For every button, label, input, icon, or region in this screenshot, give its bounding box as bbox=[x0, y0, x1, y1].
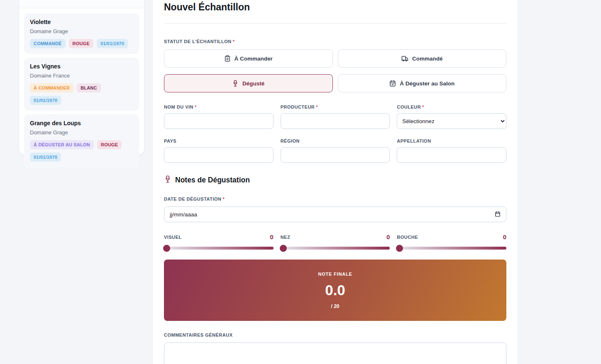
slider-visuel: VISUEL 0 bbox=[164, 233, 274, 250]
status-a-commander-button[interactable]: À Commander bbox=[164, 49, 333, 68]
sample-name: Grange des Loups bbox=[30, 120, 133, 126]
color-badge: ROUGE bbox=[69, 39, 93, 48]
sample-producer: Domaine France bbox=[30, 73, 133, 79]
field-label: APPELLATION bbox=[397, 138, 431, 143]
status-a-deguster-au-salon-button[interactable]: À Déguster au Salon bbox=[338, 74, 507, 92]
note-finale-label: NOTE FINALE bbox=[318, 272, 352, 277]
date-placeholder: jj/mm/aaaa bbox=[170, 211, 197, 218]
title-divider bbox=[164, 23, 506, 24]
slider-label: BOUCHE bbox=[397, 235, 418, 240]
wine-glass-icon bbox=[232, 80, 239, 87]
page-title: Nouvel Échantillon bbox=[164, 0, 506, 13]
status-section: STATUT DE L'ÉCHANTILLON* À Commander Com… bbox=[164, 37, 506, 92]
visuel-slider[interactable] bbox=[164, 247, 274, 250]
truck-icon bbox=[401, 55, 408, 62]
field-label: COULEUR* bbox=[397, 104, 424, 109]
status-deguste-button[interactable]: Dégusté bbox=[164, 74, 333, 92]
couleur-select[interactable]: Sélectionnez bbox=[397, 113, 506, 129]
sample-producer: Domaine Grage bbox=[30, 28, 133, 34]
color-badge: BLANC bbox=[77, 83, 101, 92]
date-de-degustation-input[interactable]: jj/mm/aaaa bbox=[164, 206, 506, 222]
field-pays: PAYS bbox=[164, 137, 274, 163]
comments-label: COMMENTAIRES GÉNÉRAUX bbox=[164, 332, 233, 337]
status-option-label: À Commander bbox=[235, 56, 273, 62]
field-label: PAYS bbox=[164, 138, 176, 143]
comments-block: COMMENTAIRES GÉNÉRAUX bbox=[164, 331, 506, 364]
field-label: NOM DU VIN* bbox=[164, 104, 197, 109]
slider-value: 0 bbox=[503, 233, 506, 240]
status-badge: À DÉGUSTER AU SALON bbox=[30, 140, 94, 149]
sample-list: Violette Domaine Grage COMMANDÉ ROUGE 01… bbox=[19, 8, 144, 176]
date-badge: 01/01/1970 bbox=[97, 39, 128, 48]
pays-input[interactable] bbox=[164, 147, 274, 163]
field-region: RÉGION bbox=[281, 137, 390, 163]
field-label: RÉGION bbox=[281, 138, 300, 143]
slider-thumb[interactable] bbox=[280, 245, 287, 252]
required-marker: * bbox=[195, 104, 197, 109]
sidebar-header bbox=[19, 0, 144, 8]
badge-row: À DÉGUSTER AU SALON ROUGE 01/01/1970 bbox=[30, 140, 133, 162]
slider-value: 0 bbox=[270, 233, 273, 240]
date-label: DATE DE DÉGUSTATION* bbox=[164, 197, 225, 201]
field-nom-du-vin: NOM DU VIN* bbox=[164, 103, 274, 129]
calendar-check-icon bbox=[389, 80, 396, 87]
status-option-label: À Déguster au Salon bbox=[400, 80, 454, 87]
samples-sidebar: Violette Domaine Grage COMMANDÉ ROUGE 01… bbox=[19, 0, 144, 155]
note-finale-value: 0.0 bbox=[325, 282, 345, 298]
status-badge: COMMANDÉ bbox=[30, 39, 66, 48]
status-options: À Commander Commandé Dégusté bbox=[164, 49, 506, 92]
field-label: PRODUCTEUR* bbox=[281, 104, 318, 109]
sample-name: Les Vignes bbox=[30, 63, 133, 70]
nom-du-vin-input[interactable] bbox=[164, 113, 274, 129]
status-option-label: Commandé bbox=[412, 56, 443, 62]
slider-bouche: BOUCHE 0 bbox=[397, 233, 506, 250]
color-badge: ROUGE bbox=[97, 140, 122, 149]
badge-row: À COMMANDER BLANC 01/01/1970 bbox=[30, 83, 133, 105]
slider-label: VISUEL bbox=[164, 235, 182, 240]
clipboard-icon bbox=[224, 55, 231, 62]
slider-thumb[interactable] bbox=[396, 245, 403, 252]
slider-label: NEZ bbox=[281, 235, 291, 240]
field-producteur: PRODUCTEUR* bbox=[281, 103, 390, 129]
status-badge: À COMMANDER bbox=[30, 83, 73, 92]
wine-fields: NOM DU VIN* PRODUCTEUR* COULEUR* Sélecti… bbox=[164, 103, 506, 163]
calendar-icon[interactable] bbox=[495, 211, 501, 218]
date-badge: 01/01/1970 bbox=[30, 96, 61, 105]
nez-slider[interactable] bbox=[281, 247, 390, 250]
new-sample-panel: Nouvel Échantillon STATUT DE L'ÉCHANTILL… bbox=[152, 0, 518, 364]
note-finale-card: NOTE FINALE 0.0 / 20 bbox=[164, 260, 506, 321]
status-option-label: Dégusté bbox=[242, 80, 264, 87]
tasting-date-block: DATE DE DÉGUSTATION* jj/mm/aaaa bbox=[164, 195, 506, 222]
wine-glass-icon bbox=[164, 175, 171, 185]
status-label: STATUT DE L'ÉCHANTILLON* bbox=[164, 39, 235, 44]
tasting-section-header: Notes de Dégustation bbox=[164, 175, 506, 185]
required-marker: * bbox=[422, 104, 424, 109]
bouche-slider[interactable] bbox=[397, 247, 506, 250]
slider-nez: NEZ 0 bbox=[281, 233, 390, 250]
sample-card-violette[interactable]: Violette Domaine Grage COMMANDÉ ROUGE 01… bbox=[24, 13, 139, 54]
date-badge: 01/01/1970 bbox=[30, 153, 61, 162]
slider-thumb[interactable] bbox=[163, 245, 170, 252]
status-commande-button[interactable]: Commandé bbox=[338, 49, 507, 68]
slider-value: 0 bbox=[386, 233, 390, 240]
region-input[interactable] bbox=[281, 147, 390, 163]
tasting-section-title: Notes de Dégustation bbox=[175, 176, 250, 184]
required-marker: * bbox=[316, 104, 318, 109]
field-couleur: COULEUR* Sélectionnez bbox=[397, 103, 506, 129]
badge-row: COMMANDÉ ROUGE 01/01/1970 bbox=[30, 39, 133, 48]
commentaires-generaux-textarea[interactable] bbox=[164, 342, 506, 364]
required-marker: * bbox=[233, 39, 235, 44]
producteur-input[interactable] bbox=[281, 113, 390, 129]
score-sliders: VISUEL 0 NEZ 0 BOUCHE 0 bbox=[164, 233, 506, 250]
note-finale-max: / 20 bbox=[331, 303, 339, 309]
sample-name: Violette bbox=[30, 19, 133, 25]
field-appellation: APPELLATION bbox=[397, 137, 506, 163]
sample-card-les-vignes[interactable]: Les Vignes Domaine France À COMMANDER BL… bbox=[24, 58, 139, 111]
appellation-input[interactable] bbox=[397, 147, 506, 163]
sample-producer: Domaine Grage bbox=[30, 129, 133, 136]
required-marker: * bbox=[222, 197, 225, 201]
sample-card-grange-des-loups[interactable]: Grange des Loups Domaine Grage À DÉGUSTE… bbox=[24, 114, 139, 167]
